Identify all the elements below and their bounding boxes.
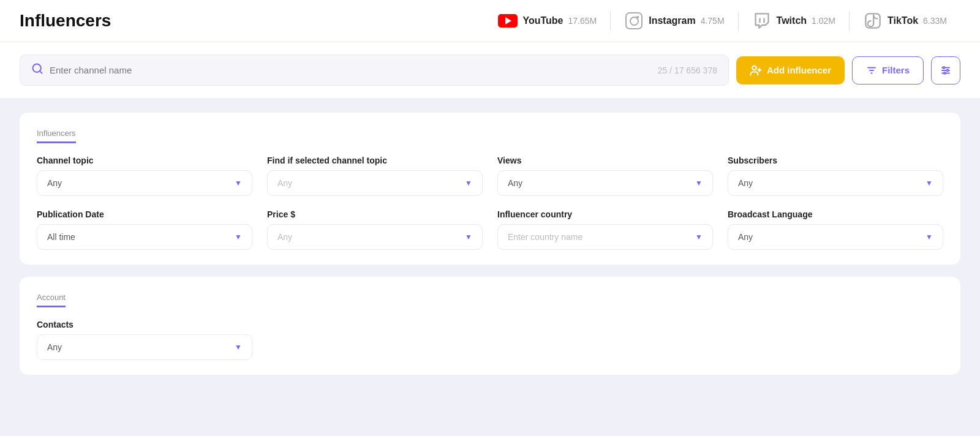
price-label: Price $ — [267, 209, 483, 219]
influencers-section-header: Influencers — [37, 127, 943, 143]
settings-button[interactable] — [931, 56, 960, 85]
price-select[interactable]: Any ▼ — [267, 224, 483, 250]
add-person-icon — [750, 64, 762, 77]
channel-topic-label: Channel topic — [37, 156, 252, 165]
instagram-label: Instagram — [649, 15, 695, 26]
search-box[interactable]: 25 / 17 656 378 — [20, 55, 729, 86]
contacts-select[interactable]: Any ▼ — [37, 334, 252, 360]
broadcast-language-value: Any — [738, 232, 753, 242]
views-arrow: ▼ — [695, 179, 703, 187]
twitch-count: 1.02M — [812, 16, 835, 26]
page-title: Influencers — [20, 11, 111, 31]
views-select[interactable]: Any ▼ — [497, 170, 713, 196]
account-section: Account Contacts Any ▼ — [20, 277, 960, 375]
twitch-label: Twitch — [777, 15, 807, 26]
instagram-icon — [624, 11, 644, 31]
platform-youtube: YouTube 17.65M — [484, 11, 611, 31]
find-channel-topic-value: Any — [277, 178, 292, 188]
influencer-country-placeholder: Enter country name — [508, 232, 582, 242]
find-channel-topic-arrow: ▼ — [465, 179, 472, 187]
influencer-country-group: Influencer country Enter country name ▼ — [497, 209, 713, 250]
broadcast-language-group: Broadcast Language Any ▼ — [728, 209, 943, 250]
influencer-country-arrow: ▼ — [695, 233, 703, 241]
add-influencer-label: Add influencer — [767, 65, 831, 75]
account-filter-grid: Contacts Any ▼ — [37, 320, 943, 360]
subscribers-label: Subscribers — [728, 156, 943, 165]
find-channel-topic-group: Find if selected channel topic Any ▼ — [267, 156, 483, 196]
views-label: Views — [497, 156, 713, 165]
svg-point-16 — [944, 72, 946, 74]
search-count: 25 / 17 656 378 — [658, 66, 717, 75]
platform-stats: YouTube 17.65M Instagram 4.75M Twitch 1.… — [484, 11, 960, 31]
settings-sliders-icon — [940, 65, 951, 76]
publication-date-label: Publication Date — [37, 209, 252, 219]
toolbar: 25 / 17 656 378 Add influencer Filters — [0, 42, 980, 98]
add-influencer-button[interactable]: Add influencer — [736, 56, 845, 85]
influencers-section-label: Influencers — [37, 129, 76, 143]
channel-topic-arrow: ▼ — [235, 179, 242, 187]
subscribers-arrow: ▼ — [925, 179, 933, 187]
header: Influencers YouTube 17.65M Instagram 4.7… — [0, 0, 980, 42]
platform-tiktok: TikTok 6.33M — [850, 11, 960, 31]
views-value: Any — [508, 178, 522, 188]
contacts-label: Contacts — [37, 320, 252, 329]
influencers-section: Influencers Channel topic Any ▼ Find if … — [20, 113, 960, 265]
influencers-filter-grid: Channel topic Any ▼ Find if selected cha… — [37, 156, 943, 250]
contacts-value: Any — [47, 342, 62, 352]
youtube-icon — [498, 11, 518, 31]
instagram-count: 4.75M — [701, 16, 725, 26]
search-icon — [31, 62, 43, 78]
platform-instagram: Instagram 4.75M — [611, 11, 738, 31]
publication-date-value: All time — [47, 232, 75, 242]
youtube-count: 17.65M — [568, 16, 597, 26]
main-content: Influencers Channel topic Any ▼ Find if … — [0, 98, 980, 402]
broadcast-language-select[interactable]: Any ▼ — [728, 224, 943, 250]
subscribers-select[interactable]: Any ▼ — [728, 170, 943, 196]
influencer-country-label: Influencer country — [497, 209, 713, 219]
influencer-country-select[interactable]: Enter country name ▼ — [497, 224, 713, 250]
contacts-group: Contacts Any ▼ — [37, 320, 252, 360]
channel-topic-select[interactable]: Any ▼ — [37, 170, 252, 196]
twitch-icon — [752, 11, 772, 31]
filters-button[interactable]: Filters — [852, 56, 924, 85]
account-section-header: Account — [37, 291, 943, 307]
price-value: Any — [277, 232, 292, 242]
find-channel-topic-label: Find if selected channel topic — [267, 156, 483, 165]
filters-label: Filters — [882, 65, 910, 75]
publication-date-arrow: ▼ — [235, 233, 242, 241]
tiktok-label: TikTok — [888, 15, 918, 26]
svg-point-15 — [947, 69, 949, 71]
price-group: Price $ Any ▼ — [267, 209, 483, 250]
views-group: Views Any ▼ — [497, 156, 713, 196]
search-input[interactable] — [50, 65, 652, 75]
publication-date-select[interactable]: All time ▼ — [37, 224, 252, 250]
tiktok-count: 6.33M — [923, 16, 947, 26]
account-section-label: Account — [37, 293, 66, 307]
broadcast-language-label: Broadcast Language — [728, 209, 943, 219]
platform-twitch: Twitch 1.02M — [739, 11, 850, 31]
channel-topic-group: Channel topic Any ▼ — [37, 156, 252, 196]
channel-topic-value: Any — [47, 178, 62, 188]
find-channel-topic-select[interactable]: Any ▼ — [267, 170, 483, 196]
subscribers-group: Subscribers Any ▼ — [728, 156, 943, 196]
svg-point-14 — [943, 67, 945, 69]
tiktok-icon — [863, 11, 883, 31]
price-arrow: ▼ — [465, 233, 472, 241]
subscribers-value: Any — [738, 178, 753, 188]
publication-date-group: Publication Date All time ▼ — [37, 209, 252, 250]
filters-icon — [866, 65, 877, 76]
svg-line-4 — [40, 71, 42, 73]
svg-point-5 — [752, 66, 756, 70]
broadcast-language-arrow: ▼ — [925, 233, 933, 241]
youtube-label: YouTube — [522, 15, 563, 26]
contacts-arrow: ▼ — [235, 343, 242, 351]
